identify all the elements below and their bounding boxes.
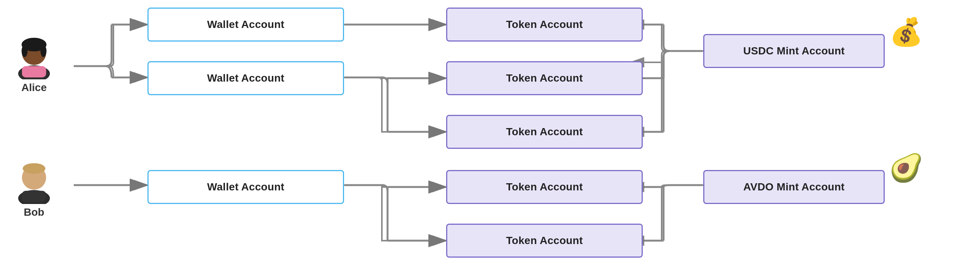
svg-point-30 [23, 163, 45, 174]
wallet-alice-2: Wallet Account [148, 61, 344, 95]
wallet-bob-1: Wallet Account [148, 170, 344, 204]
alice-avatar [11, 30, 57, 79]
bob-label: Bob [24, 206, 44, 218]
person-alice: Alice [11, 30, 57, 94]
svg-point-26 [40, 45, 46, 57]
person-bob: Bob [11, 155, 57, 218]
token-alice-2: Token Account [446, 61, 643, 95]
svg-rect-27 [22, 66, 46, 77]
mint-usdc: USDC Mint Account [703, 34, 885, 68]
token-bob-2: Token Account [446, 224, 643, 258]
bob-avatar [11, 155, 57, 204]
mint-avdo: AVDO Mint Account [703, 170, 885, 204]
token-alice-1: Token Account [446, 8, 643, 41]
svg-point-25 [22, 45, 28, 57]
token-bob-1: Token Account [446, 170, 643, 204]
wallet-alice-1: Wallet Account [148, 8, 344, 41]
svg-rect-31 [22, 191, 46, 202]
alice-label: Alice [22, 82, 47, 94]
diagram: Alice Bob Wallet Account Wallet Account … [0, 0, 980, 272]
token-alice-3: Token Account [446, 115, 643, 149]
avocado-icon: 🥑 [889, 154, 923, 181]
coin-icon: 💰 [889, 18, 923, 45]
